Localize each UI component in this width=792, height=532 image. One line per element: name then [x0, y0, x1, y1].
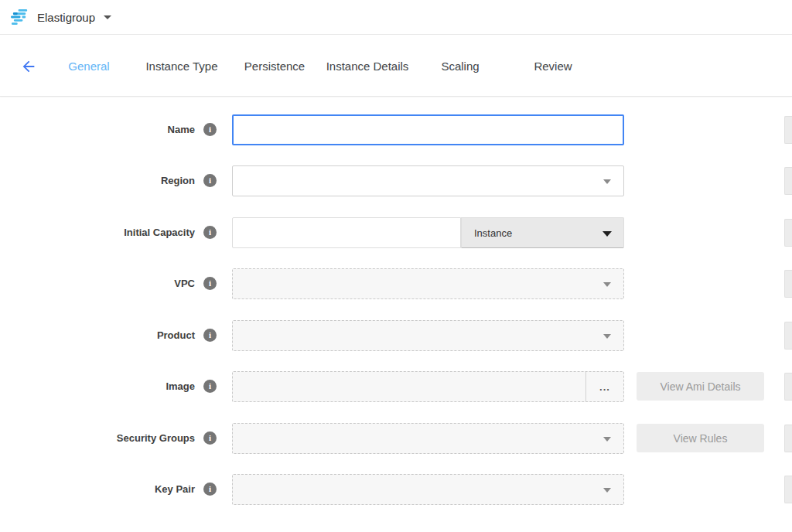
wizard-tab-bar: General Instance Type Persistence Instan… — [0, 36, 792, 97]
form-row-initial-capacity: Initial Capacity i Instance — [0, 217, 792, 248]
arrow-back-icon — [20, 58, 37, 75]
elastigroup-create-wizard: Elastigroup General Instance Type Persis… — [0, 0, 792, 532]
form-row-vpc: VPC i — [0, 268, 792, 299]
view-ami-details-button[interactable]: View Ami Details — [637, 372, 764, 401]
top-bar: Elastigroup — [0, 0, 792, 35]
app-title: Elastigroup — [37, 11, 95, 24]
tab-scaling[interactable]: Scaling — [414, 60, 507, 73]
chevron-down-icon — [603, 334, 611, 339]
tab-persistence[interactable]: Persistence — [228, 60, 321, 73]
info-icon[interactable]: i — [203, 431, 217, 445]
vpc-select[interactable] — [232, 268, 624, 299]
chevron-down-icon — [104, 15, 111, 19]
name-label: Name — [0, 114, 195, 145]
initial-capacity-group: Instance — [232, 217, 624, 248]
chevron-down-icon — [603, 437, 611, 442]
info-icon[interactable]: i — [203, 277, 217, 290]
name-input[interactable] — [232, 114, 624, 145]
form-row-image: Image i ... View Ami Details — [0, 371, 792, 402]
initial-capacity-label: Initial Capacity — [0, 217, 195, 248]
row-edge-element — [784, 116, 792, 144]
info-icon[interactable]: i — [203, 380, 217, 393]
row-edge-element — [784, 167, 792, 195]
info-icon[interactable]: i — [203, 174, 217, 187]
capacity-unit-value: Instance — [462, 227, 512, 239]
elastigroup-product-menu[interactable]: Elastigroup — [11, 0, 111, 35]
product-select[interactable] — [232, 320, 624, 351]
security-groups-label: Security Groups — [0, 423, 195, 454]
row-edge-element — [784, 476, 792, 503]
chevron-down-icon — [603, 231, 612, 237]
region-label: Region — [0, 165, 195, 196]
chevron-down-icon — [603, 179, 611, 184]
form-row-security-groups: Security Groups i View Rules — [0, 423, 792, 454]
image-field-group: ... — [232, 371, 624, 402]
form-row-name: Name i — [0, 114, 792, 145]
key-pair-label: Key Pair — [0, 474, 195, 505]
chevron-down-icon — [603, 488, 611, 493]
vpc-label: VPC — [0, 268, 195, 299]
security-groups-select[interactable] — [232, 423, 624, 454]
tab-review[interactable]: Review — [507, 60, 599, 73]
wizard-tabs: General Instance Type Persistence Instan… — [43, 36, 599, 97]
info-icon[interactable]: i — [203, 329, 217, 342]
capacity-unit-select[interactable]: Instance — [461, 217, 624, 248]
row-edge-element — [784, 425, 792, 452]
tab-instance-type[interactable]: Instance Type — [135, 60, 228, 73]
info-icon[interactable]: i — [203, 483, 217, 496]
region-select[interactable] — [232, 165, 624, 196]
key-pair-select[interactable] — [232, 474, 624, 505]
product-label: Product — [0, 320, 195, 351]
form-row-product: Product i — [0, 320, 792, 351]
back-button[interactable] — [15, 36, 42, 97]
elastigroup-logo-icon — [11, 9, 30, 26]
row-edge-element — [784, 270, 792, 298]
image-input[interactable] — [233, 372, 585, 401]
form-row-key-pair: Key Pair i — [0, 474, 792, 505]
row-edge-element — [784, 373, 792, 401]
tab-general[interactable]: General — [43, 60, 135, 73]
info-icon[interactable]: i — [203, 123, 217, 136]
initial-capacity-input[interactable] — [232, 217, 461, 248]
tab-instance-details[interactable]: Instance Details — [321, 60, 414, 73]
row-edge-element — [784, 219, 792, 247]
info-icon[interactable]: i — [203, 226, 217, 239]
row-edge-element — [784, 322, 792, 350]
image-label: Image — [0, 371, 195, 402]
form-row-region: Region i — [0, 165, 792, 196]
browse-button[interactable]: ... — [585, 372, 623, 401]
view-rules-button[interactable]: View Rules — [637, 424, 764, 452]
chevron-down-icon — [603, 282, 611, 287]
